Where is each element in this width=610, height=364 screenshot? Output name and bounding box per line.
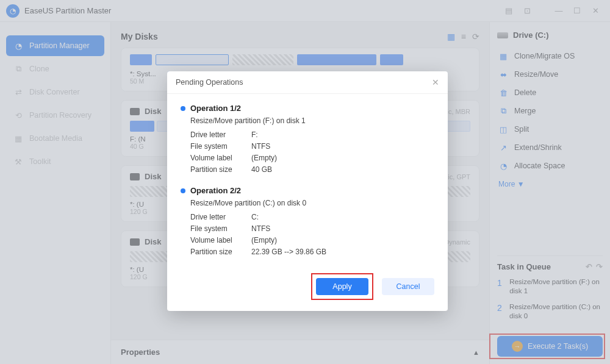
operation-1: Operation 1/2 Resize/Move partition (F:)… <box>181 104 434 175</box>
modal-close-icon[interactable]: ✕ <box>432 77 439 87</box>
modal-title: Pending Operations <box>176 78 243 87</box>
apply-button[interactable]: Apply <box>316 278 368 295</box>
pending-operations-modal: Pending Operations ✕ Operation 1/2 Resiz… <box>167 71 448 311</box>
cancel-button[interactable]: Cancel <box>382 278 434 295</box>
bullet-icon <box>181 106 185 111</box>
bullet-icon <box>181 188 185 193</box>
highlight-box: Apply <box>311 273 373 300</box>
operation-2: Operation 2/2 Resize/Move partition (C:)… <box>181 186 434 257</box>
